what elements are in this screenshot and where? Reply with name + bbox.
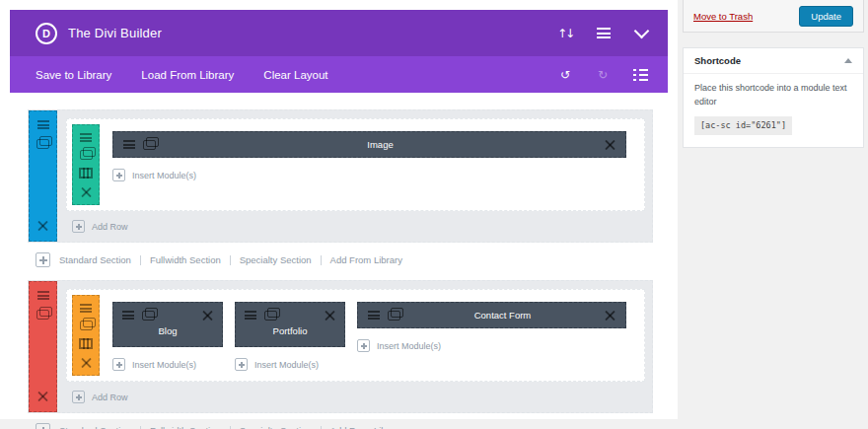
panel-toggle-icon[interactable] (844, 58, 852, 63)
add-row-button[interactable]: Add Row (72, 220, 645, 233)
builder-content: Image Insert Module(s) (10, 93, 668, 429)
divider (321, 255, 322, 265)
duplicate-module-icon[interactable] (264, 311, 277, 321)
redo-icon: ↻ (598, 69, 608, 81)
load-from-library-button[interactable]: Load From Library (141, 69, 234, 81)
add-row-button[interactable]: Add Row (72, 391, 645, 403)
collapse-builder-icon[interactable] (634, 30, 648, 36)
delete-module-icon[interactable] (605, 310, 615, 321)
insert-module-label: Insert Module(s) (254, 360, 319, 370)
module-title: Image (164, 139, 597, 150)
divider (140, 426, 141, 429)
delete-row-icon[interactable] (81, 357, 92, 368)
shortcode-title: Shortcode (694, 55, 741, 66)
divider (321, 426, 322, 429)
builder-row: Blog Insert Module(s) (66, 289, 645, 382)
portability-icon[interactable]: ↑ ↓ (557, 28, 573, 39)
delete-module-icon[interactable] (605, 139, 615, 150)
module-blog[interactable]: Blog (112, 302, 223, 347)
history-icon (633, 69, 648, 81)
duplicate-module-icon[interactable] (143, 140, 156, 150)
update-button[interactable]: Update (799, 6, 853, 27)
delete-row-icon[interactable] (81, 186, 92, 197)
plus-icon (72, 220, 85, 233)
module-contact-form[interactable]: Contact Form (357, 302, 626, 328)
arrow-down-icon: ↓ (565, 28, 573, 39)
standard-section-link[interactable]: Standard Section (59, 254, 131, 265)
insert-module-button[interactable]: Insert Module(s) (112, 358, 223, 371)
builder-toolbar: Save to Library Load From Library Clear … (10, 56, 668, 93)
add-from-library-link[interactable]: Add From Library (330, 254, 402, 265)
publish-actions: Move to Trash Update (683, 0, 864, 33)
duplicate-row-icon[interactable] (80, 150, 93, 160)
divi-logo-letter: D (42, 28, 50, 39)
duplicate-section-icon[interactable] (36, 139, 49, 149)
delete-module-icon[interactable] (202, 310, 213, 321)
module-icons (245, 310, 335, 321)
drag-handle-icon[interactable] (37, 291, 49, 300)
columns-layout-icon[interactable] (79, 338, 93, 349)
save-to-library-button[interactable]: Save to Library (36, 69, 111, 81)
module-portfolio[interactable]: Portfolio (235, 302, 345, 347)
row-handle[interactable] (72, 124, 100, 205)
add-section-icon[interactable] (36, 423, 50, 429)
duplicate-section-icon[interactable] (36, 310, 49, 320)
divi-logo-icon: D (36, 23, 57, 44)
plus-icon (235, 358, 248, 371)
section-2-body: Blog Insert Module(s) (57, 281, 652, 412)
history-button[interactable] (633, 69, 648, 81)
settings-menu-icon[interactable] (597, 28, 611, 38)
duplicate-module-icon[interactable] (388, 311, 400, 321)
drag-handle-icon[interactable] (122, 311, 134, 320)
insert-module-button[interactable]: Insert Module(s) (112, 169, 626, 181)
drag-handle-icon[interactable] (37, 120, 49, 129)
plus-icon (72, 391, 85, 403)
specialty-section-link[interactable]: Specialty Section (240, 254, 312, 265)
builder-section-2: Blog Insert Module(s) (28, 280, 653, 413)
undo-icon: ↺ (560, 69, 570, 81)
insert-module-button[interactable]: Insert Module(s) (235, 358, 345, 371)
insert-module-label: Insert Module(s) (132, 360, 196, 370)
module-title: Portfolio (245, 325, 335, 336)
redo-button[interactable]: ↻ (596, 69, 610, 81)
undo-button[interactable]: ↺ (558, 69, 572, 81)
arrow-up-icon: ↑ (557, 28, 565, 39)
fullwidth-section-link[interactable]: Fullwidth Section (150, 425, 221, 429)
shortcode-metabox-header[interactable]: Shortcode (684, 48, 863, 74)
insert-module-button[interactable]: Insert Module(s) (357, 339, 626, 352)
standard-section-link[interactable]: Standard Section (59, 425, 131, 429)
columns-layout-icon[interactable] (79, 168, 93, 179)
shortcode-description: Place this shortcode into a module text … (694, 82, 852, 109)
drag-handle-icon[interactable] (123, 140, 135, 149)
section-footer: Standard Section Fullwidth Section Speci… (36, 423, 653, 429)
insert-module-label: Insert Module(s) (132, 171, 196, 180)
duplicate-row-icon[interactable] (80, 321, 93, 330)
add-row-label: Add Row (92, 393, 128, 402)
move-to-trash-link[interactable]: Move to Trash (693, 11, 753, 22)
delete-section-icon[interactable] (37, 391, 48, 401)
clear-layout-button[interactable]: Clear Layout (263, 69, 327, 81)
wp-sidebar: Move to Trash Update Shortcode Place thi… (683, 0, 864, 148)
module-image[interactable]: Image (112, 131, 626, 158)
builder-row: Image Insert Module(s) (66, 118, 645, 211)
drag-handle-icon[interactable] (80, 133, 92, 142)
duplicate-module-icon[interactable] (142, 311, 155, 321)
drag-handle-icon[interactable] (245, 311, 256, 320)
builder-header: D The Divi Builder ↑ ↓ (10, 10, 668, 56)
module-title: Blog (122, 325, 213, 336)
delete-module-icon[interactable] (325, 310, 335, 321)
section-2-handle[interactable] (29, 281, 57, 412)
section-1-handle[interactable] (29, 110, 57, 242)
column: Contact Form Insert Module(s) (357, 302, 626, 376)
module-title: Contact Form (408, 310, 597, 321)
drag-handle-icon[interactable] (80, 304, 92, 313)
add-row-label: Add Row (92, 222, 128, 232)
drag-handle-icon[interactable] (368, 311, 380, 320)
specialty-section-link[interactable]: Specialty Section (240, 425, 312, 429)
add-from-library-link[interactable]: Add From Library (330, 425, 402, 429)
fullwidth-section-link[interactable]: Fullwidth Section (150, 254, 221, 265)
module-icons (122, 310, 213, 321)
add-section-icon[interactable] (36, 252, 50, 267)
delete-section-icon[interactable] (37, 220, 48, 231)
row-handle[interactable] (72, 295, 100, 376)
